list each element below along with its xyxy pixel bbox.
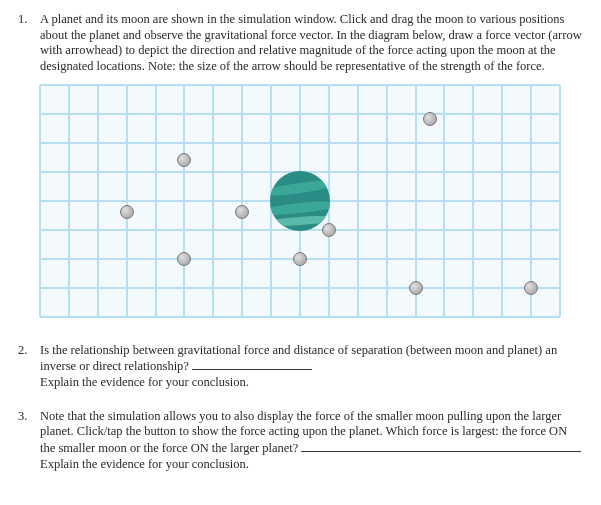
question-body: A planet and its moon are shown in the s… — [40, 12, 583, 325]
question-body: Is the relationship between gravitationa… — [40, 343, 583, 391]
question-2: 2. Is the relationship between gravitati… — [18, 343, 583, 391]
planet — [270, 171, 330, 231]
answer-blank[interactable] — [192, 358, 312, 370]
grid-line — [40, 316, 560, 318]
grid-line — [40, 287, 560, 289]
question-text: A planet and its moon are shown in the s… — [40, 12, 582, 73]
question-body: Note that the simulation allows you to a… — [40, 409, 583, 473]
moon[interactable] — [177, 252, 191, 266]
moon[interactable] — [322, 223, 336, 237]
answer-blank[interactable] — [301, 440, 581, 452]
question-number: 3. — [18, 409, 40, 473]
question-number: 2. — [18, 343, 40, 391]
grid-line — [40, 84, 560, 86]
question-text-b: Explain the evidence for your conclusion… — [40, 375, 249, 389]
gravity-diagram[interactable] — [40, 85, 560, 317]
moon[interactable] — [235, 205, 249, 219]
question-1: 1. A planet and its moon are shown in th… — [18, 12, 583, 325]
question-text-b: Explain the evidence for your conclusion… — [40, 457, 249, 471]
moon[interactable] — [524, 281, 538, 295]
grid-line — [40, 142, 560, 144]
moon[interactable] — [409, 281, 423, 295]
question-number: 1. — [18, 12, 40, 325]
moon[interactable] — [423, 112, 437, 126]
question-3: 3. Note that the simulation allows you t… — [18, 409, 583, 473]
moon[interactable] — [293, 252, 307, 266]
moon[interactable] — [120, 205, 134, 219]
grid-line — [40, 113, 560, 115]
moon[interactable] — [177, 153, 191, 167]
